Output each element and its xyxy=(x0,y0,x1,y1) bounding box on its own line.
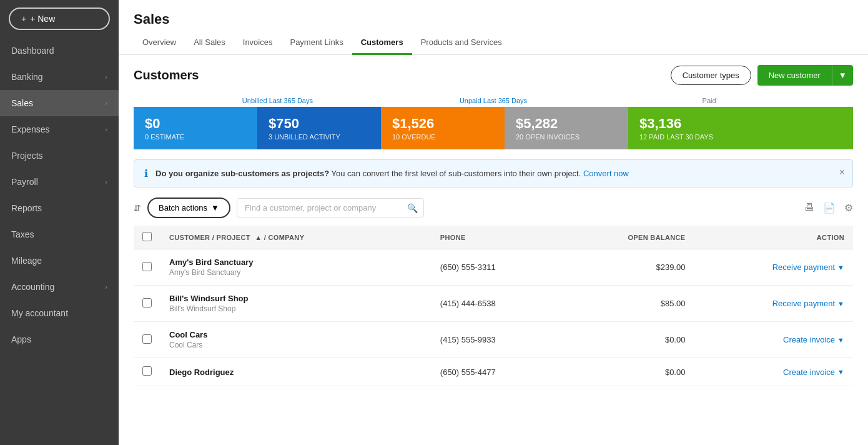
tab-all-sales[interactable]: All Sales xyxy=(185,31,234,55)
customers-section: Customers Customer types New customer ▼ … xyxy=(119,55,868,445)
customer-company: Bill's Windsurf Shop xyxy=(169,304,423,313)
new-button[interactable]: + + New xyxy=(9,8,110,30)
new-customer-group: New customer ▼ xyxy=(757,65,853,86)
customers-header-actions: Customer types New customer ▼ xyxy=(671,65,853,86)
card-overdue[interactable]: $1,526 10 OVERDUE xyxy=(381,107,505,149)
sidebar-item-expenses[interactable]: Expenses › xyxy=(0,116,119,142)
tab-payment-links[interactable]: Payment Links xyxy=(281,31,352,55)
action-label[interactable]: Receive payment xyxy=(772,262,835,272)
customer-company: Cool Cars xyxy=(169,341,423,349)
card-estimate-sub: 0 ESTIMATE xyxy=(145,133,246,141)
card-open-sub: 20 OPEN INVOICES xyxy=(516,133,617,141)
card-estimate[interactable]: $0 0 ESTIMATE xyxy=(134,107,257,149)
print-icon[interactable]: 🖶 xyxy=(804,202,814,214)
sidebar-item-label: Banking xyxy=(11,72,43,82)
tab-overview[interactable]: Overview xyxy=(134,31,185,55)
summary-labels-row: Unbilled Last 365 Days Unpaid Last 365 D… xyxy=(134,97,853,104)
sidebar-item-banking[interactable]: Banking › xyxy=(0,64,119,90)
chevron-right-icon: › xyxy=(105,73,107,81)
card-paid[interactable]: $3,136 12 PAID LAST 30 DAYS xyxy=(628,107,853,149)
customer-company: Amy's Bird Sanctuary xyxy=(169,268,423,277)
card-unbilled-sub: 3 UNBILLED ACTIVITY xyxy=(269,133,370,141)
phone-cell: (650) 555-3311 xyxy=(432,249,561,286)
sidebar-item-reports[interactable]: Reports xyxy=(0,195,119,221)
page-title: Sales xyxy=(119,0,868,28)
chevron-right-icon: › xyxy=(105,283,107,291)
settings-icon[interactable]: ⚙ xyxy=(844,202,853,214)
card-estimate-amount: $0 xyxy=(145,116,246,132)
sidebar-nav: Dashboard Banking › Sales › Expenses › P… xyxy=(0,38,119,445)
card-open-invoices[interactable]: $5,282 20 OPEN INVOICES xyxy=(505,107,628,149)
action-dropdown-icon[interactable]: ▼ xyxy=(837,368,844,376)
action-dropdown-icon[interactable]: ▼ xyxy=(837,300,844,308)
chevron-right-icon: › xyxy=(105,178,107,186)
row-checkbox[interactable] xyxy=(142,334,152,344)
plus-icon: + xyxy=(21,14,26,24)
banner-main-text: Do you organize sub-customers as project… xyxy=(155,169,329,178)
table-row: Cool Cars Cool Cars (415) 555-9933 $0.00… xyxy=(134,322,853,358)
tab-products-services[interactable]: Products and Services xyxy=(412,31,511,55)
sidebar-item-payroll[interactable]: Payroll › xyxy=(0,169,119,195)
open-balance-column-header: OPEN BALANCE xyxy=(561,226,694,249)
sidebar-item-dashboard[interactable]: Dashboard xyxy=(0,38,119,64)
sidebar-item-accounting[interactable]: Accounting › xyxy=(0,274,119,300)
tabs-nav: Overview All Sales Invoices Payment Link… xyxy=(119,31,868,55)
sidebar-item-label: My accountant xyxy=(11,308,68,318)
sidebar-item-taxes[interactable]: Taxes xyxy=(0,221,119,248)
action-label[interactable]: Create invoice xyxy=(783,335,835,344)
sidebar-item-sales[interactable]: Sales › xyxy=(0,90,119,116)
action-label[interactable]: Create invoice xyxy=(783,368,835,377)
batch-actions-button[interactable]: Batch actions ▼ xyxy=(147,198,230,218)
convert-now-link[interactable]: Convert now xyxy=(583,169,629,178)
customer-name: Diego Rodriguez xyxy=(169,368,423,377)
main-content: Sales Overview All Sales Invoices Paymen… xyxy=(119,0,868,445)
sort-icon[interactable]: ⇵ xyxy=(134,203,141,213)
customers-header: Customers Customer types New customer ▼ xyxy=(134,65,853,86)
customer-types-button[interactable]: Customer types xyxy=(671,66,751,85)
customers-title: Customers xyxy=(134,68,199,82)
sidebar-item-label: Mileage xyxy=(11,256,42,266)
tab-invoices[interactable]: Invoices xyxy=(234,31,282,55)
sidebar-item-mileage[interactable]: Mileage xyxy=(0,248,119,274)
customer-column-header[interactable]: CUSTOMER / PROJECT ▲ / COMPANY xyxy=(160,226,432,249)
card-paid-amount: $3,136 xyxy=(639,116,842,132)
sidebar-item-my-accountant[interactable]: My accountant xyxy=(0,300,119,326)
row-checkbox[interactable] xyxy=(142,262,152,271)
search-input[interactable] xyxy=(237,198,424,218)
table-header: CUSTOMER / PROJECT ▲ / COMPANY PHONE OPE… xyxy=(134,226,853,249)
phone-cell: (415) 555-9933 xyxy=(432,322,561,358)
sidebar-item-label: Dashboard xyxy=(11,46,54,56)
row-checkbox[interactable] xyxy=(142,366,152,376)
banner-sub-text: You can convert the first level of sub-c… xyxy=(332,169,581,178)
unpaid-label: Unpaid Last 365 Days xyxy=(422,97,565,104)
row-checkbox[interactable] xyxy=(142,298,152,308)
select-all-checkbox[interactable] xyxy=(142,232,152,241)
action-dropdown-icon[interactable]: ▼ xyxy=(837,336,844,344)
action-column-header: ACTION xyxy=(694,226,853,249)
sidebar-item-label: Apps xyxy=(11,334,31,344)
new-customer-button[interactable]: New customer xyxy=(757,65,832,86)
new-customer-dropdown-button[interactable]: ▼ xyxy=(832,65,853,86)
customer-cell: Cool Cars Cool Cars xyxy=(160,322,432,358)
action-label[interactable]: Receive payment xyxy=(772,299,835,308)
table-row: Diego Rodriguez (650) 555-4477 $0.00 Cre… xyxy=(134,358,853,386)
sidebar-item-label: Sales xyxy=(11,98,33,108)
chevron-right-icon: › xyxy=(105,99,107,107)
sidebar-item-projects[interactable]: Projects xyxy=(0,142,119,169)
unbilled-label: Unbilled Last 365 Days xyxy=(134,97,422,104)
action-cell: Receive payment ▼ xyxy=(694,249,853,286)
table-row: Bill's Windsurf Shop Bill's Windsurf Sho… xyxy=(134,286,853,322)
export-icon[interactable]: 📄 xyxy=(823,202,836,214)
close-icon[interactable]: × xyxy=(839,168,845,178)
card-unbilled[interactable]: $750 3 UNBILLED ACTIVITY xyxy=(257,107,381,149)
card-overdue-sub: 10 OVERDUE xyxy=(392,133,493,141)
action-dropdown-icon[interactable]: ▼ xyxy=(837,264,844,271)
tab-customers[interactable]: Customers xyxy=(352,31,412,55)
customer-cell: Diego Rodriguez xyxy=(160,358,432,386)
sidebar-item-label: Taxes xyxy=(11,229,34,239)
action-cell: Receive payment ▼ xyxy=(694,286,853,322)
chevron-right-icon: › xyxy=(105,126,107,133)
sidebar-item-apps[interactable]: Apps xyxy=(0,326,119,352)
select-all-header xyxy=(134,226,160,249)
customer-name: Cool Cars xyxy=(169,330,423,339)
